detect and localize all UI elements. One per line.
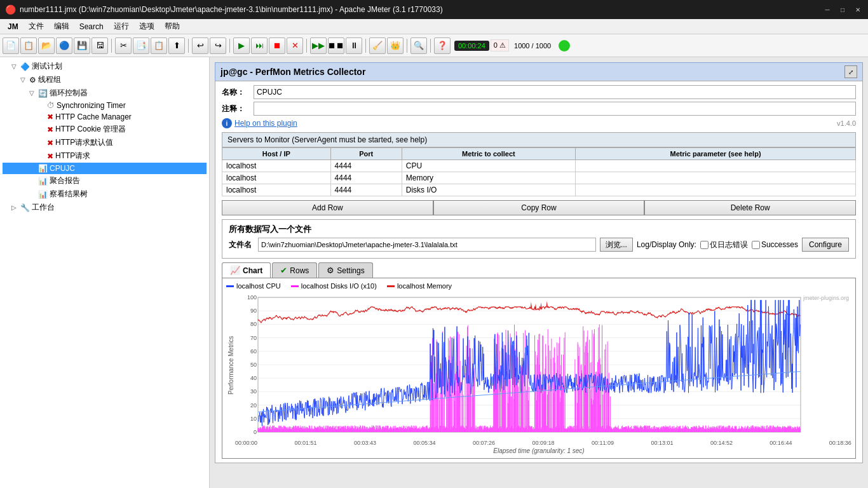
- x-label-9: 00:16:44: [770, 440, 792, 446]
- samples-display: 1000 / 1000: [510, 41, 555, 51]
- successes-checkbox-label[interactable]: Successes: [752, 240, 798, 249]
- errors-checkbox[interactable]: [700, 241, 709, 249]
- legend-memory-label: localhost Memory: [397, 282, 452, 290]
- redo-button[interactable]: ↪: [210, 37, 226, 54]
- tree-item-workbench[interactable]: ▷ 🔧 工作台: [3, 201, 207, 214]
- save-button[interactable]: 💾: [74, 37, 90, 54]
- chart-with-axis: Performance Metrics jmeter-plugins.org: [226, 292, 851, 438]
- httpdefault-icon: ✖: [47, 139, 53, 147]
- successes-checkbox[interactable]: [752, 241, 760, 249]
- help-row: i Help on this plugin v1.4.0: [222, 118, 856, 128]
- cell-port: 4444: [330, 160, 402, 172]
- x-label-6: 00:11:09: [592, 440, 614, 446]
- action-buttons: Add Row Copy Row Delete Row: [222, 200, 856, 215]
- table-row[interactable]: localhost 4444 Disks I/O: [222, 184, 856, 196]
- tree-label: 聚合报告: [50, 175, 80, 186]
- file-section: 所有数据写入一个文件 文件名 浏览... Log/Display Only: 仅…: [222, 219, 856, 259]
- cell-host: localhost: [222, 184, 331, 196]
- close-button2[interactable]: 🔵: [56, 37, 72, 54]
- add-row-button[interactable]: Add Row: [222, 200, 433, 215]
- copy-row-button[interactable]: Copy Row: [433, 200, 645, 215]
- tree-item-threadgroup[interactable]: ▽ ⚙ 线程组: [3, 73, 207, 86]
- stop-button[interactable]: ⏹: [269, 37, 285, 54]
- clearall-button[interactable]: 👑: [387, 37, 403, 54]
- separator5: [365, 39, 366, 53]
- tree-label: HTTP请求: [55, 151, 90, 161]
- delete-row-button[interactable]: Delete Row: [644, 200, 856, 215]
- shutdown-button[interactable]: ✕: [287, 37, 303, 54]
- menu-run[interactable]: 运行: [109, 20, 134, 33]
- app-label: JM: [3, 21, 24, 32]
- open-button[interactable]: 📂: [38, 37, 55, 54]
- tree-item-synctimer[interactable]: ⏱ Synchronizing Timer: [3, 100, 207, 111]
- tree-item-httpcookie[interactable]: ✖ HTTP Cookie 管理器: [3, 123, 207, 136]
- cell-param: [576, 184, 856, 196]
- tree-label: 工作台: [32, 202, 55, 213]
- col-param: Metric parameter (see help): [576, 148, 856, 160]
- maximize-button[interactable]: □: [837, 4, 848, 15]
- menu-options[interactable]: 选项: [134, 20, 159, 33]
- help-link[interactable]: Help on this plugin: [234, 119, 297, 128]
- comment-input[interactable]: [254, 102, 856, 116]
- tree-label: 循环控制器: [50, 88, 88, 98]
- tree-item-loopctrl[interactable]: ▽ 🔄 循环控制器: [3, 86, 207, 100]
- clear-button[interactable]: 🧹: [369, 37, 386, 54]
- loopctrl-icon: 🔄: [38, 89, 48, 98]
- x-label-1: 00:01:51: [294, 440, 316, 446]
- templates-button[interactable]: 📋: [20, 37, 37, 54]
- tree-item-viewresults[interactable]: 📊 察看结果树: [3, 187, 207, 201]
- tree-item-httpdefault[interactable]: ✖ HTTP请求默认值: [3, 136, 207, 149]
- cell-host: localhost: [222, 160, 331, 172]
- remote-start-button[interactable]: ▶▶: [310, 37, 327, 54]
- y-axis-label: Performance Metrics: [226, 292, 235, 438]
- x-label-2: 00:03:43: [354, 440, 376, 446]
- tab-chart[interactable]: 📈 Chart: [222, 262, 271, 278]
- remote-stop-button[interactable]: ⏹⏹: [328, 37, 344, 54]
- menu-edit[interactable]: 编辑: [49, 20, 74, 33]
- expand-button[interactable]: ⬆: [168, 37, 185, 54]
- x-label-0: 00:00:00: [235, 440, 257, 446]
- httpcookie-icon: ✖: [47, 125, 53, 134]
- tree-item-summary[interactable]: 📊 聚合报告: [3, 174, 207, 187]
- chart-inner: jmeter-plugins.org: [235, 292, 851, 438]
- tree-item-httpcache[interactable]: ✖ HTTP Cache Manager: [3, 111, 207, 123]
- close-button[interactable]: ✕: [853, 4, 863, 15]
- help-button[interactable]: ❓: [434, 37, 451, 54]
- cell-param: [576, 160, 856, 172]
- menu-help[interactable]: 帮助: [159, 20, 185, 33]
- start-nopause-button[interactable]: ⏭: [251, 37, 268, 54]
- search-button[interactable]: 🔍: [410, 37, 427, 54]
- errors-checkbox-label[interactable]: 仅日志错误: [700, 240, 748, 250]
- tab-settings[interactable]: ⚙ Settings: [318, 262, 372, 278]
- chart-container: localhost CPU localhost Disks I/O (x10) …: [222, 278, 856, 459]
- chart-tab-icon: 📈: [230, 266, 240, 275]
- file-label: 文件名: [229, 240, 252, 250]
- x-label-4: 00:07:26: [473, 440, 495, 446]
- start-button[interactable]: ▶: [233, 37, 250, 54]
- remote-stop2-button[interactable]: ⏸: [346, 37, 362, 54]
- minimize-button[interactable]: ─: [822, 4, 832, 15]
- tree-label: HTTP请求默认值: [55, 137, 113, 148]
- menu-file[interactable]: 文件: [24, 20, 49, 33]
- name-input[interactable]: [254, 85, 856, 99]
- new-button[interactable]: 📄: [3, 37, 19, 54]
- browse-button[interactable]: 浏览...: [600, 238, 633, 252]
- file-input[interactable]: [258, 238, 596, 252]
- legend-disks-color: [291, 285, 299, 287]
- undo-button[interactable]: ↩: [192, 37, 208, 54]
- saveas-button[interactable]: 🖫: [92, 37, 108, 54]
- tree-label: HTTP Cookie 管理器: [55, 124, 126, 135]
- panel-expand-button[interactable]: ⤢: [844, 65, 857, 78]
- table-row[interactable]: localhost 4444 Memory: [222, 172, 856, 184]
- configure-button[interactable]: Configure: [802, 238, 849, 252]
- cut-button[interactable]: ✂: [115, 37, 132, 54]
- tree-item-cpujc[interactable]: 📊 CPUJC: [3, 163, 207, 174]
- tab-rows[interactable]: ✔ Rows: [272, 262, 317, 278]
- paste-button[interactable]: 📋: [151, 37, 167, 54]
- tree-item-httpreq[interactable]: ✖ HTTP请求: [3, 149, 207, 163]
- status-indicator: [559, 40, 570, 51]
- copy-button[interactable]: 📑: [133, 37, 149, 54]
- menu-search[interactable]: Search: [74, 21, 109, 32]
- tree-item-testplan[interactable]: ▽ 🔷 测试计划: [3, 60, 207, 73]
- table-row[interactable]: localhost 4444 CPU: [222, 160, 856, 172]
